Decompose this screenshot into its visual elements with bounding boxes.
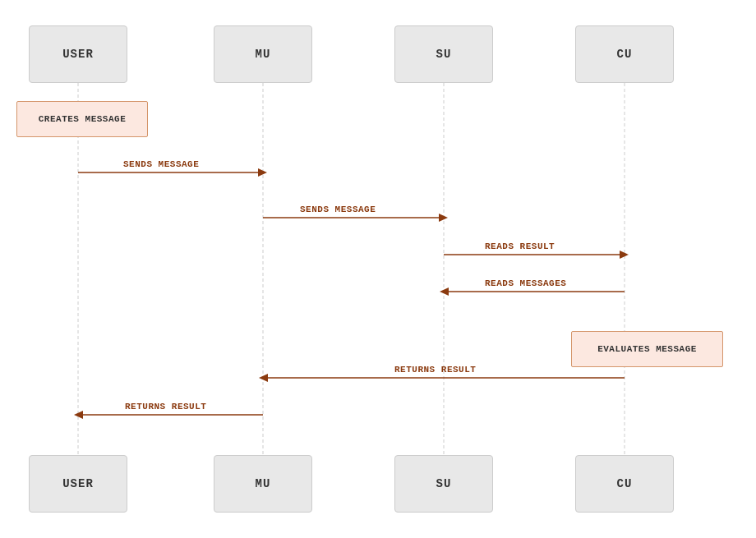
label-returns-result-1: RETURNS RESULT <box>394 365 476 375</box>
svg-marker-11 <box>440 287 449 296</box>
svg-marker-5 <box>258 168 267 177</box>
actor-user-bottom: USER <box>29 455 127 513</box>
sequence-diagram: USER MU SU CU USER MU SU CU CREATES MESS… <box>0 0 756 538</box>
actor-cu-top: CU <box>575 25 674 83</box>
label-reads-result: READS RESULT <box>485 241 555 251</box>
actor-mu-top: MU <box>214 25 312 83</box>
actor-su-bottom: SU <box>394 455 493 513</box>
svg-marker-13 <box>259 374 268 382</box>
label-sends-message-1: SENDS MESSAGE <box>123 159 199 169</box>
actor-cu-bottom: CU <box>575 455 674 513</box>
actor-user-top: USER <box>29 25 127 83</box>
actor-su-top: SU <box>394 25 493 83</box>
label-returns-result-2: RETURNS RESULT <box>125 402 206 412</box>
svg-marker-15 <box>74 411 83 419</box>
label-sends-message-2: SENDS MESSAGE <box>300 205 376 214</box>
actor-mu-bottom: MU <box>214 455 312 513</box>
svg-marker-7 <box>439 214 448 222</box>
label-reads-messages: READS MESSAGES <box>485 278 566 288</box>
note-creates-message: CREATES MESSAGE <box>16 101 148 137</box>
svg-marker-9 <box>620 251 629 259</box>
note-evaluates-message: EVALUATES MESSAGE <box>571 331 723 367</box>
